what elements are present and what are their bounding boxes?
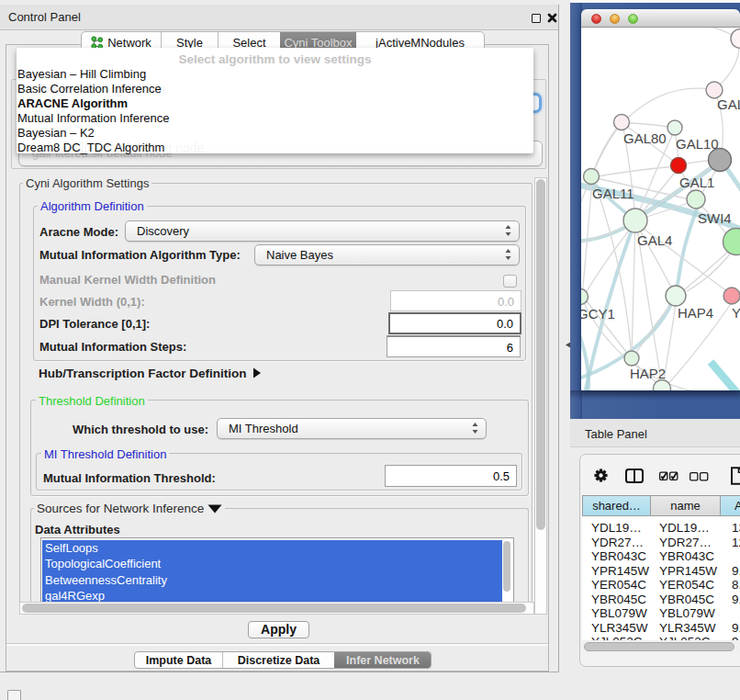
- svg-text:GAL2: GAL2: [717, 96, 740, 112]
- svg-text:Y: Y: [732, 305, 740, 321]
- svg-text:HAP4: HAP4: [678, 305, 713, 321]
- svg-text:GAL4: GAL4: [637, 232, 672, 248]
- svg-text:GAL10: GAL10: [676, 136, 719, 152]
- svg-text:HAP2: HAP2: [630, 366, 666, 381]
- svg-text:GAL80: GAL80: [623, 130, 667, 146]
- svg-text:GAL11: GAL11: [592, 186, 634, 201]
- svg-text:SWI4: SWI4: [698, 210, 732, 226]
- svg-text:GAL1: GAL1: [679, 175, 714, 190]
- svg-text:GCY1: GCY1: [581, 306, 615, 322]
